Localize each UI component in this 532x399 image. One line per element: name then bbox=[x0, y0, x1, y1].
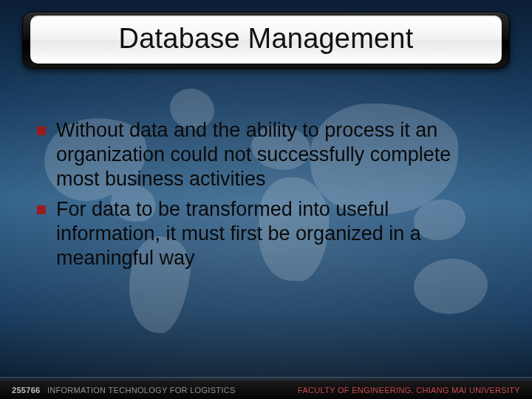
slide-title: Database Management bbox=[42, 23, 490, 55]
footer-left: 255766 INFORMATION TECHNOLOGY FOR LOGIST… bbox=[12, 386, 236, 395]
slide-body: Without data and the ability to process … bbox=[34, 118, 498, 276]
title-bar: Database Management bbox=[22, 12, 510, 69]
slide: Database Management Without data and the… bbox=[0, 0, 532, 399]
course-code: 255766 bbox=[12, 386, 41, 395]
footer-right: FACULTY OF ENGINEERING, CHIANG MAI UNIVE… bbox=[298, 386, 520, 395]
bullet-item: For data to be transformed into useful i… bbox=[34, 197, 498, 270]
course-name: INFORMATION TECHNOLOGY FOR LOGISTICS bbox=[47, 386, 236, 395]
footer: 255766 INFORMATION TECHNOLOGY FOR LOGIST… bbox=[0, 380, 532, 399]
bullet-item: Without data and the ability to process … bbox=[34, 118, 498, 191]
